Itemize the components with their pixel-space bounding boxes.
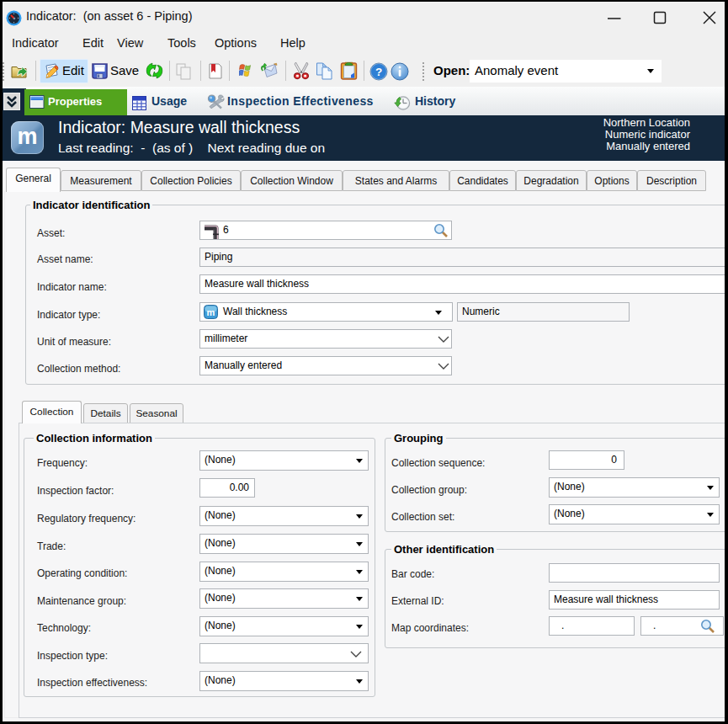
svg-text:?: ?: [375, 66, 382, 78]
svg-text:m: m: [207, 307, 215, 317]
